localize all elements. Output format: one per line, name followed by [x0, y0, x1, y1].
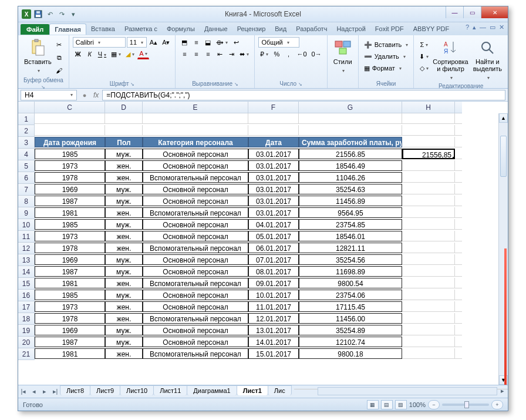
data-cell[interactable]: 03.01.2017	[248, 207, 299, 218]
help-icon[interactable]: ?	[466, 23, 469, 31]
data-cell[interactable]: 11698.89	[299, 266, 402, 277]
ribbon-tab-1[interactable]: Вставка	[86, 23, 120, 35]
data-cell[interactable]: 21556.85	[299, 149, 402, 159]
zoom-slider[interactable]	[442, 404, 489, 406]
row-header-8[interactable]: 8	[18, 196, 35, 207]
cell[interactable]	[299, 125, 402, 136]
sheet-tab[interactable]: Диаграмма1	[187, 385, 237, 395]
select-all-corner[interactable]	[18, 102, 35, 113]
data-cell[interactable]: 1978	[35, 172, 105, 183]
data-cell[interactable]: 9564.95	[299, 207, 402, 218]
data-cell[interactable]: 10.01.2017	[248, 290, 299, 300]
cell[interactable]	[402, 207, 455, 218]
data-cell[interactable]: 03.01.2017	[248, 160, 299, 171]
data-cell[interactable]: муж.	[105, 254, 143, 265]
data-cell[interactable]: 1985	[35, 290, 105, 300]
data-cell[interactable]: жен.	[105, 207, 143, 218]
data-cell[interactable]: 1987	[35, 266, 105, 277]
col-header-E[interactable]: E	[143, 102, 248, 113]
data-cell[interactable]: Вспомогательный персонал	[143, 313, 248, 324]
cell[interactable]	[402, 243, 455, 253]
data-cell[interactable]: 35254.89	[299, 325, 402, 335]
cell[interactable]	[35, 113, 105, 124]
row-header-10[interactable]: 10	[18, 219, 35, 231]
data-cell[interactable]: 12102.74	[299, 337, 402, 347]
name-box[interactable]: H4▾	[21, 90, 77, 100]
font-color-icon[interactable]: A	[137, 49, 149, 59]
align-left-icon[interactable]: ≡	[179, 49, 190, 59]
data-cell[interactable]: Вспомогательный персонал	[143, 243, 248, 253]
undo-icon[interactable]: ↶	[45, 9, 55, 19]
data-cell[interactable]: 1981	[35, 348, 105, 359]
data-cell[interactable]: Основной персонал	[143, 254, 248, 265]
sheet-nav-last-icon[interactable]: ▸|	[50, 387, 60, 397]
row-header-16[interactable]: 16	[18, 290, 35, 301]
data-cell[interactable]: 1985	[35, 149, 105, 159]
comma-format-icon[interactable]: ,	[283, 49, 294, 59]
data-cell[interactable]: 13.01.2017	[248, 325, 299, 335]
bold-button[interactable]: Ж	[73, 49, 83, 59]
data-cell[interactable]: 05.01.2017	[248, 231, 299, 241]
cell[interactable]	[402, 348, 455, 359]
data-cell[interactable]: 03.01.2017	[248, 172, 299, 183]
data-cell[interactable]: жен.	[105, 243, 143, 253]
cell[interactable]	[402, 160, 455, 171]
close-button[interactable]: ✕	[481, 6, 508, 18]
cell[interactable]	[402, 219, 455, 230]
data-cell[interactable]: 03.01.2017	[248, 196, 299, 206]
font-dialog-icon[interactable]: ↘	[130, 82, 134, 87]
data-cell[interactable]: 1973	[35, 301, 105, 312]
data-cell[interactable]: 1969	[35, 325, 105, 335]
cell[interactable]	[402, 301, 455, 312]
cell[interactable]	[402, 290, 455, 300]
number-dialog-icon[interactable]: ↘	[298, 82, 302, 87]
data-cell[interactable]: Вспомогательный персонал	[143, 278, 248, 288]
data-cell[interactable]: 35254.63	[299, 184, 402, 194]
cell[interactable]	[402, 266, 455, 277]
sheet-tab[interactable]: Лист8	[60, 385, 90, 395]
data-cell[interactable]: Основной персонал	[143, 149, 248, 159]
data-cell[interactable]: муж.	[105, 196, 143, 206]
ribbon-tab-2[interactable]: Разметка с	[120, 23, 162, 35]
cell[interactable]	[248, 113, 299, 124]
scroll-up-icon[interactable]: ▲	[499, 113, 508, 123]
ribbon-tab-9[interactable]: Foxit PDF	[370, 23, 409, 35]
data-cell[interactable]: Вспомогательный персонал	[143, 207, 248, 218]
styles-button[interactable]: Стили	[331, 37, 355, 75]
sheet-tab[interactable]: Лист11	[153, 385, 187, 395]
data-cell[interactable]: жен.	[105, 160, 143, 171]
ribbon-tab-3[interactable]: Формулы	[162, 23, 200, 35]
spreadsheet-grid[interactable]: CDEFGH123Дата рожденияПолКатегория персо…	[18, 102, 508, 385]
align-dialog-icon[interactable]: ↘	[234, 82, 238, 87]
data-cell[interactable]: 12821.11	[299, 243, 402, 253]
data-cell[interactable]: 08.01.2017	[248, 266, 299, 277]
sheet-nav-first-icon[interactable]: |◂	[18, 387, 29, 397]
sheet-tab[interactable]: Лист10	[120, 385, 154, 395]
data-cell[interactable]: жен.	[105, 348, 143, 359]
data-cell[interactable]: жен.	[105, 231, 143, 241]
cell[interactable]	[105, 113, 143, 124]
vertical-scrollbar[interactable]: ▲ ▼	[498, 113, 508, 385]
cut-icon[interactable]: ✂	[54, 39, 65, 50]
fill-color-icon[interactable]: ◢	[124, 49, 136, 59]
row-header-19[interactable]: 19	[18, 325, 35, 337]
cell[interactable]	[299, 113, 402, 124]
data-cell[interactable]: муж.	[105, 266, 143, 277]
maximize-button[interactable]: ▭	[463, 6, 481, 18]
cell[interactable]	[402, 184, 455, 194]
cell[interactable]	[143, 125, 248, 136]
align-middle-icon[interactable]: ≡	[191, 37, 201, 48]
data-cell[interactable]: 9800.54	[299, 278, 402, 288]
data-cell[interactable]: 1969	[35, 184, 105, 194]
row-header-11[interactable]: 11	[18, 231, 35, 243]
row-header-6[interactable]: 6	[18, 172, 35, 184]
wrap-text-icon[interactable]: ↩	[231, 37, 241, 48]
data-cell[interactable]: 11.01.2017	[248, 301, 299, 312]
cell[interactable]	[402, 125, 455, 136]
font-name-select[interactable]: Calibri	[73, 37, 126, 48]
col-header-C[interactable]: C	[35, 102, 105, 113]
data-cell[interactable]: 03.01.2017	[248, 149, 299, 159]
fill-icon[interactable]: ⬇	[417, 51, 430, 62]
format-painter-icon[interactable]: 🖌	[54, 65, 65, 76]
data-cell[interactable]: муж.	[105, 337, 143, 347]
